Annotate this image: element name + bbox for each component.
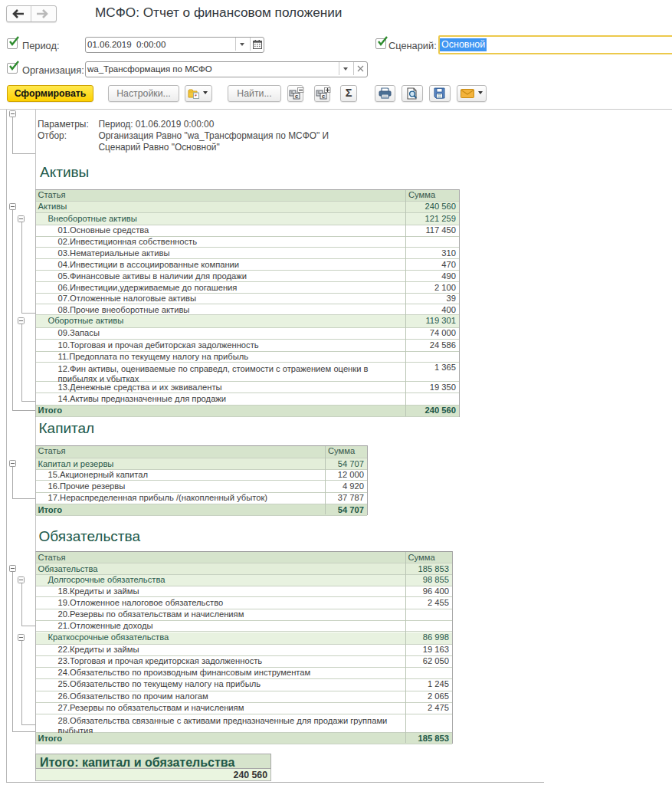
svg-text:c: c [295,93,298,100]
svg-text:c: c [322,93,325,100]
